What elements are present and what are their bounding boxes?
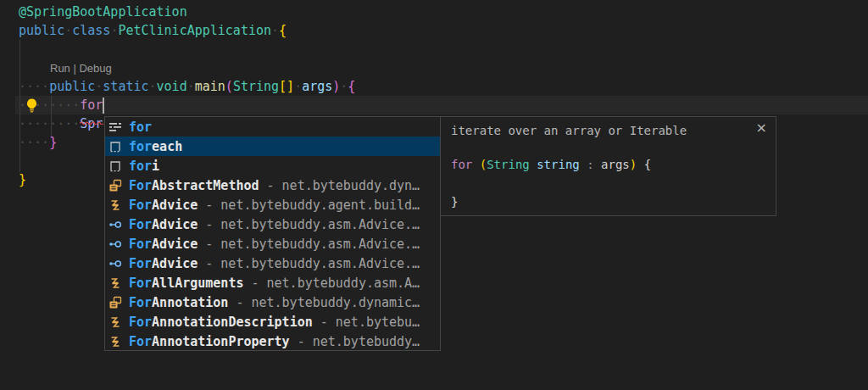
suggestion-match-text: For <box>129 334 152 349</box>
suggestion-item-foradvice[interactable]: ForAdvice- net.bytebuddy.asm.Advice.… <box>105 214 440 234</box>
interface-icon <box>108 218 122 231</box>
codelens-run-link[interactable]: Run <box>50 62 70 75</box>
docs-snippet-closing-brace: } <box>451 193 458 210</box>
suggestion-match-text: for <box>129 139 152 154</box>
suggestion-rest-text: AllArguments <box>152 276 243 291</box>
suggestion-item-foreach[interactable]: foreach <box>105 136 440 156</box>
suggestion-detail-text: - net.bytebuddy.dyn… <box>267 178 420 193</box>
snippet-icon <box>108 159 122 173</box>
docs-description: iterate over an array or Iterable <box>451 124 687 137</box>
codelens-separator: | <box>70 62 80 75</box>
suggestion-match-text: For <box>129 315 152 330</box>
suggestion-detail-text: - net.bytebuddy.asm.A… <box>251 276 420 291</box>
suggestion-rest-text: Advice <box>152 217 198 232</box>
suggestion-rest-text: AnnotationProperty <box>152 334 290 349</box>
keyword-icon <box>108 120 122 134</box>
suggestion-rest-text: Advice <box>152 237 198 252</box>
interface-icon <box>108 257 122 270</box>
class-icon <box>108 179 122 192</box>
close-icon[interactable]: × <box>756 120 767 136</box>
suggestion-match-text: For <box>129 276 152 291</box>
suggestion-docs-panel: iterate over an array or Iterable × for … <box>440 116 776 216</box>
suggestion-item-forannotationdescription[interactable]: ForAnnotationDescription- net.bytebu… <box>105 312 440 332</box>
enum-icon <box>108 315 122 329</box>
suggestion-rest-text: Annotation <box>152 295 228 310</box>
suggestion-match-text: For <box>129 217 152 232</box>
suggestion-match-text: For <box>129 237 152 252</box>
suggestion-rest-text: i <box>152 159 159 174</box>
suggestion-rest-text: each <box>152 139 182 154</box>
lightbulb-icon[interactable] <box>24 98 40 114</box>
suggestion-detail-text: - net.bytebuddy.asm.Advice.… <box>205 217 420 232</box>
class-icon <box>108 296 122 309</box>
snippet-icon <box>108 140 122 153</box>
suggestion-rest-text: AnnotationDescription <box>152 315 313 330</box>
suggestion-item-forabstractmethod[interactable]: ForAbstractMethod- net.bytebuddy.dyn… <box>105 176 440 195</box>
class-declaration-line: public·class·PetClinicApplication·{ <box>19 21 287 40</box>
enum-icon <box>108 276 122 290</box>
suggestion-rest-text: Advice <box>152 198 198 213</box>
suggestion-item-forannotation[interactable]: ForAnnotation- net.bytebuddy.dynamic… <box>105 292 440 312</box>
suggestion-item-forannotationproperty[interactable]: ForAnnotationProperty- net.bytebuddy… <box>105 332 440 351</box>
main-method-line: ····public·static·void·main(String[]·arg… <box>19 77 355 96</box>
suggestion-item-fori[interactable]: fori <box>105 156 440 176</box>
suggestion-item-foradvice[interactable]: ForAdvice- net.bytebuddy.asm.Advice.… <box>105 254 440 273</box>
method-closing-brace-line: ····} <box>19 133 57 152</box>
suggestion-detail-text: - net.bytebu… <box>320 315 420 330</box>
suggestion-match-text: For <box>129 198 152 213</box>
suggestion-detail-text: - net.bytebuddy… <box>298 334 420 349</box>
run-debug-codelens: Run | Debug <box>50 62 112 76</box>
enum-icon <box>108 198 122 212</box>
suggestion-detail-text: - net.bytebuddy.asm.Advice.… <box>205 256 420 271</box>
suggestion-item-foradvice[interactable]: ForAdvice- net.bytebuddy.asm.Advice.… <box>105 234 440 254</box>
enum-icon <box>108 335 122 348</box>
suggestion-match-text: For <box>129 295 152 310</box>
suggestion-match-text: For <box>129 256 152 271</box>
current-line-highlight <box>15 96 868 114</box>
suggestion-match-text: for <box>129 159 152 174</box>
suggestion-match-text: For <box>129 178 152 193</box>
annotation-line: @SpringBootApplication <box>19 3 187 21</box>
suggestion-detail-text: - net.bytebuddy.dynamic… <box>236 295 420 310</box>
suggestion-item-forallarguments[interactable]: ForAllArguments- net.bytebuddy.asm.A… <box>105 273 440 292</box>
suggestion-detail-text: - net.bytebuddy.asm.Advice.… <box>205 237 420 252</box>
suggestion-match-text: for <box>129 120 152 135</box>
suggestion-item-for[interactable]: for <box>105 117 440 136</box>
interface-icon <box>108 237 122 251</box>
suggestion-rest-text: Advice <box>152 256 198 271</box>
suggestion-list[interactable]: forforeachforiForAbstractMethod- net.byt… <box>104 116 441 351</box>
suggestion-item-foradvice[interactable]: ForAdvice- net.bytebuddy.agent.build… <box>105 195 440 214</box>
class-closing-brace-line: } <box>19 170 26 189</box>
codelens-debug-link[interactable]: Debug <box>79 62 111 75</box>
text-cursor <box>103 98 104 114</box>
suggestion-detail-text: - net.bytebuddy.agent.build… <box>205 198 420 213</box>
suggestion-rest-text: AbstractMethod <box>152 178 259 193</box>
docs-snippet-line: for (String string : args) { <box>451 156 651 173</box>
error-squiggle <box>80 112 103 116</box>
